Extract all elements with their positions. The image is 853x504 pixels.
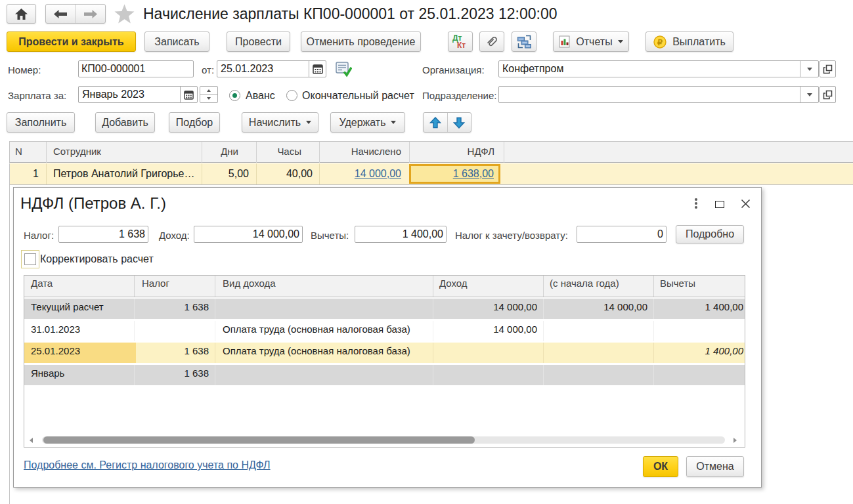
svg-text:₽: ₽	[657, 37, 663, 47]
